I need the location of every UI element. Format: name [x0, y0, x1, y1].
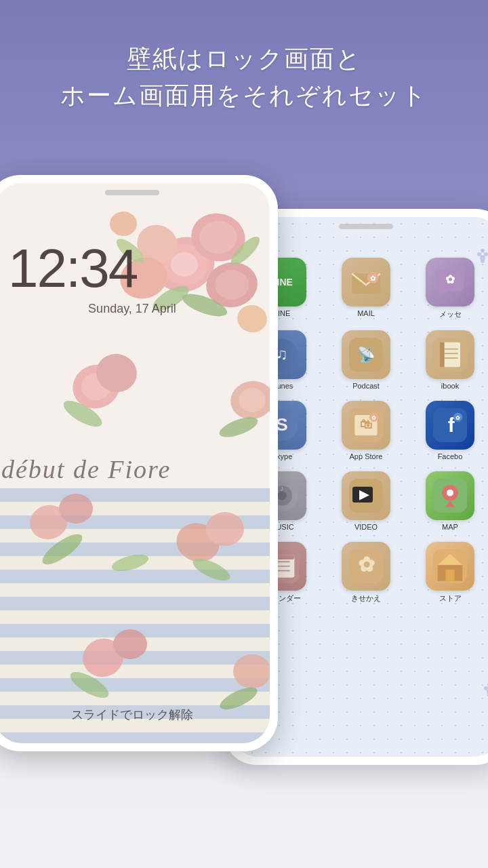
svg-rect-9	[0, 597, 270, 610]
svg-point-70	[484, 686, 488, 690]
app-item-store[interactable]: ストア	[413, 542, 487, 604]
svg-rect-10	[0, 610, 270, 624]
app-item-facebook[interactable]: f ✿ Facebo	[413, 401, 487, 460]
svg-text:♪: ♪	[280, 484, 284, 492]
app-item-kisekae[interactable]: ✿ きせかえ	[329, 542, 403, 604]
app-item-appstore[interactable]: 🛍 ✿ App Store	[329, 401, 403, 460]
lock-screen-bg: 12:34 Sunday, 17 April début de Fiore スラ…	[0, 183, 270, 743]
svg-point-39	[239, 388, 266, 412]
svg-rect-1	[0, 488, 270, 502]
svg-text:✿: ✿	[370, 275, 376, 282]
svg-text:✿: ✿	[371, 414, 376, 421]
svg-point-43	[59, 494, 93, 524]
svg-rect-19	[0, 732, 270, 743]
svg-text:📡: 📡	[357, 345, 376, 363]
svg-rect-8	[0, 583, 270, 597]
svg-rect-86	[440, 342, 445, 368]
app-item-ibooks[interactable]: ibook	[413, 330, 487, 390]
app-item-video[interactable]: VIDEO	[329, 471, 403, 531]
lock-time: 12:34	[8, 237, 137, 300]
app-item-podcast[interactable]: 📡 Podcast	[329, 330, 403, 390]
app-item-message[interactable]: ✿ メッセ	[413, 258, 487, 319]
svg-text:✿: ✿	[358, 553, 375, 576]
svg-point-26	[215, 270, 249, 300]
svg-point-24	[199, 221, 237, 254]
svg-rect-124	[445, 570, 454, 581]
svg-point-50	[113, 629, 147, 659]
svg-text:✿: ✿	[445, 273, 455, 286]
svg-point-22	[171, 252, 198, 277]
svg-point-45	[206, 512, 244, 546]
svg-point-51	[233, 654, 270, 688]
lock-date: Sunday, 17 April	[8, 302, 256, 316]
svg-marker-78	[439, 291, 447, 296]
app-item-maps[interactable]: MAP	[413, 471, 487, 531]
svg-point-34	[110, 212, 137, 236]
lock-slide: スライドでロック解除	[0, 707, 270, 723]
phone-left-inner: 12:34 Sunday, 17 April début de Fiore スラ…	[0, 183, 270, 743]
phone-speaker-right	[339, 224, 393, 229]
app-item-mail[interactable]: ✿ MAIL	[329, 258, 403, 319]
svg-point-111	[447, 490, 453, 496]
phones-container: 12:34 Sunday, 17 April début de Fiore スラ…	[0, 155, 488, 778]
lock-brand: début de Fiore	[0, 454, 270, 484]
svg-rect-15	[0, 678, 270, 692]
header-title: 壁紙はロック画面と ホーム画面用をそれぞれセット	[27, 41, 461, 114]
header-section: 壁紙はロック画面と ホーム画面用をそれぞれセット	[0, 0, 488, 141]
svg-rect-14	[0, 665, 270, 678]
phone-speaker-left	[105, 190, 159, 195]
phone-left: 12:34 Sunday, 17 April début de Fiore スラ…	[0, 175, 278, 751]
svg-text:✿: ✿	[455, 414, 460, 421]
